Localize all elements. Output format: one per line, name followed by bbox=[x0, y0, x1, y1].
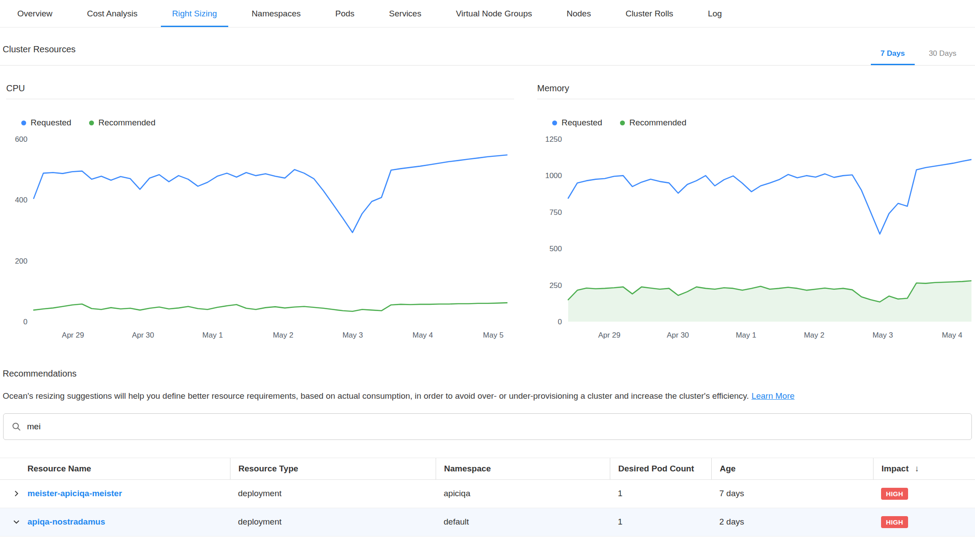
svg-text:1250: 1250 bbox=[545, 135, 562, 144]
recommendations-table: Resource Name Resource Type Namespace De… bbox=[0, 458, 975, 537]
column-header-impact-label: Impact bbox=[881, 464, 909, 474]
tab-cost-analysis[interactable]: Cost Analysis bbox=[70, 0, 155, 27]
range-30-days[interactable]: 30 Days bbox=[919, 49, 966, 65]
requested-dot-icon bbox=[552, 121, 557, 125]
svg-text:600: 600 bbox=[15, 135, 27, 144]
resource-name-link[interactable]: meister-apiciqa-meister bbox=[27, 489, 122, 498]
svg-text:May 2: May 2 bbox=[804, 331, 824, 339]
tab-overview[interactable]: Overview bbox=[0, 0, 70, 27]
impact-high-badge: HIGH bbox=[881, 516, 908, 528]
cpu-chart-title: CPU bbox=[6, 83, 514, 99]
memory-line-chart: 025050075010001250Apr 29Apr 30May 1May 2… bbox=[537, 133, 971, 345]
svg-text:May 4: May 4 bbox=[413, 331, 433, 339]
impact-high-badge: HIGH bbox=[881, 488, 908, 500]
svg-text:Apr 30: Apr 30 bbox=[132, 331, 154, 339]
requested-dot-icon bbox=[21, 121, 26, 125]
legend-recommended-label: Recommended bbox=[98, 118, 156, 128]
legend-requested-label: Requested bbox=[31, 118, 71, 128]
tab-virtual-node-groups[interactable]: Virtual Node Groups bbox=[439, 0, 550, 27]
cpu-line-chart: 0200400600Apr 29Apr 30May 1May 2May 3May… bbox=[6, 133, 510, 345]
recommended-dot-icon bbox=[620, 121, 625, 125]
svg-text:1000: 1000 bbox=[545, 171, 562, 180]
tab-nodes[interactable]: Nodes bbox=[550, 0, 608, 27]
tab-pods[interactable]: Pods bbox=[318, 0, 372, 27]
search-input[interactable] bbox=[27, 422, 963, 432]
top-tab-bar: Overview Cost Analysis Right Sizing Name… bbox=[0, 0, 975, 27]
svg-text:0: 0 bbox=[558, 318, 562, 326]
table-row[interactable]: apiqa-nostradamus deployment default 1 2… bbox=[0, 508, 975, 537]
tab-right-sizing[interactable]: Right Sizing bbox=[155, 0, 234, 27]
svg-text:0: 0 bbox=[23, 318, 27, 326]
legend-recommended-label: Recommended bbox=[629, 118, 686, 128]
svg-text:May 4: May 4 bbox=[942, 331, 962, 339]
tab-namespaces[interactable]: Namespaces bbox=[234, 0, 318, 27]
cpu-chart-legend: Requested Recommended bbox=[21, 118, 514, 128]
age-cell: 7 days bbox=[711, 489, 873, 498]
legend-recommended: Recommended bbox=[89, 118, 156, 128]
table-header: Resource Name Resource Type Namespace De… bbox=[0, 458, 975, 480]
namespace-cell: apiciqa bbox=[436, 489, 610, 498]
svg-text:200: 200 bbox=[15, 257, 27, 265]
column-header-resource-name[interactable]: Resource Name bbox=[0, 458, 230, 479]
svg-text:May 2: May 2 bbox=[273, 331, 293, 339]
charts-row: CPU Requested Recommended 0200400600Apr … bbox=[0, 83, 975, 345]
recommendations-description: Ocean's resizing suggestions will help y… bbox=[3, 390, 975, 402]
resource-name-cell: meister-apiciqa-meister bbox=[0, 489, 230, 498]
svg-text:250: 250 bbox=[550, 281, 562, 290]
column-header-resource-type[interactable]: Resource Type bbox=[230, 458, 436, 479]
memory-chart-panel: Memory Requested Recommended 02505007501… bbox=[537, 83, 975, 345]
chevron-right-icon[interactable] bbox=[12, 490, 20, 498]
search-icon bbox=[12, 422, 21, 432]
memory-chart-title: Memory bbox=[537, 83, 975, 99]
svg-text:400: 400 bbox=[15, 196, 27, 204]
desired-pod-count-cell: 1 bbox=[610, 517, 711, 527]
svg-text:Apr 30: Apr 30 bbox=[667, 331, 689, 339]
time-range-toggle: 7 Days 30 Days bbox=[871, 49, 966, 65]
resource-name-cell: apiqa-nostradamus bbox=[0, 517, 230, 527]
cluster-resources-title: Cluster Resources bbox=[3, 44, 76, 54]
resource-name-link[interactable]: apiqa-nostradamus bbox=[27, 517, 105, 527]
column-header-impact[interactable]: Impact ↓ bbox=[873, 458, 975, 479]
svg-text:750: 750 bbox=[550, 208, 562, 217]
tab-log[interactable]: Log bbox=[690, 0, 739, 27]
legend-requested-label: Requested bbox=[562, 118, 602, 128]
column-header-desired-pod-count[interactable]: Desired Pod Count bbox=[610, 458, 711, 479]
desired-pod-count-cell: 1 bbox=[610, 489, 711, 498]
svg-text:May 3: May 3 bbox=[873, 331, 893, 339]
namespace-cell: default bbox=[436, 517, 610, 527]
recommendations-title: Recommendations bbox=[3, 369, 975, 379]
sort-descending-icon[interactable]: ↓ bbox=[915, 464, 919, 474]
svg-text:500: 500 bbox=[550, 245, 562, 253]
legend-requested: Requested bbox=[21, 118, 71, 128]
learn-more-link[interactable]: Learn More bbox=[752, 391, 795, 401]
svg-text:Apr 29: Apr 29 bbox=[62, 331, 84, 339]
impact-cell: HIGH bbox=[873, 516, 975, 528]
search-box[interactable] bbox=[3, 413, 972, 440]
cpu-chart-panel: CPU Requested Recommended 0200400600Apr … bbox=[6, 83, 514, 345]
legend-recommended: Recommended bbox=[620, 118, 686, 128]
column-header-age[interactable]: Age bbox=[711, 458, 873, 479]
tab-cluster-rolls[interactable]: Cluster Rolls bbox=[608, 0, 690, 27]
svg-text:May 1: May 1 bbox=[203, 331, 223, 339]
memory-chart-legend: Requested Recommended bbox=[552, 118, 975, 128]
resource-type-cell: deployment bbox=[230, 517, 436, 527]
svg-text:May 1: May 1 bbox=[736, 331, 756, 339]
svg-text:May 3: May 3 bbox=[343, 331, 363, 339]
impact-cell: HIGH bbox=[873, 488, 975, 500]
svg-text:May 5: May 5 bbox=[483, 331, 503, 339]
tab-services[interactable]: Services bbox=[372, 0, 439, 27]
chevron-down-icon[interactable] bbox=[12, 518, 20, 526]
cluster-resources-header: Cluster Resources 7 Days 30 Days bbox=[0, 27, 975, 66]
table-row[interactable]: meister-apiciqa-meister deployment apici… bbox=[0, 480, 975, 508]
range-7-days[interactable]: 7 Days bbox=[871, 49, 915, 65]
recommendations-description-text: Ocean's resizing suggestions will help y… bbox=[3, 391, 749, 401]
resource-type-cell: deployment bbox=[230, 489, 436, 498]
age-cell: 2 days bbox=[711, 517, 873, 527]
svg-text:Apr 29: Apr 29 bbox=[598, 331, 620, 339]
legend-requested: Requested bbox=[552, 118, 602, 128]
recommended-dot-icon bbox=[89, 121, 94, 125]
column-header-namespace[interactable]: Namespace bbox=[436, 458, 610, 479]
